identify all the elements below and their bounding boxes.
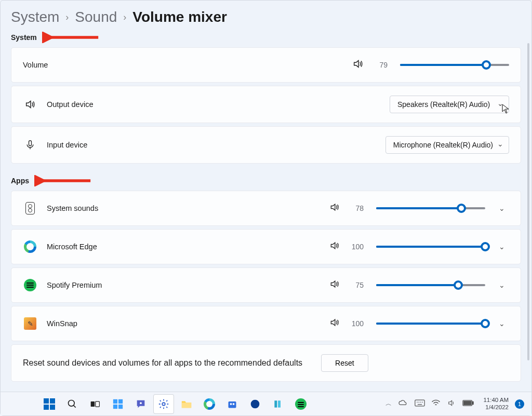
output-device-card: Output device Speakers (Realtek(R) Audio…	[11, 86, 521, 123]
app-volume-row-spotify[interactable]: Spotify Premium 75 ⌄	[11, 267, 521, 303]
spotify-taskbar-button[interactable]	[290, 394, 311, 414]
start-button[interactable]	[39, 394, 60, 414]
annotation-arrow-icon	[42, 32, 99, 43]
output-device-label: Output device	[47, 100, 93, 109]
scrollbar[interactable]	[527, 43, 529, 360]
microphone-icon	[23, 139, 37, 151]
expand-chevron-icon[interactable]: ⌄	[495, 319, 509, 328]
svg-point-10	[140, 402, 142, 404]
output-device-dropdown[interactable]: Speakers (Realtek(R) Audio)	[390, 96, 509, 113]
taskbar-clock[interactable]: 11:40 AM 1/4/2022	[483, 397, 509, 410]
spotify-app-icon	[23, 279, 37, 291]
onedrive-icon[interactable]	[398, 399, 408, 408]
svg-rect-12	[182, 402, 191, 408]
file-explorer-button[interactable]	[176, 394, 197, 414]
app-volume-value: 78	[349, 204, 364, 212]
volume-slider[interactable]	[400, 60, 509, 70]
svg-rect-13	[229, 401, 236, 408]
section-header-apps: Apps	[11, 177, 29, 185]
speaker-icon[interactable]	[329, 202, 340, 214]
app-name-label: WinSnap	[47, 319, 77, 328]
svg-rect-15	[233, 403, 234, 405]
volume-tray-icon[interactable]	[447, 399, 456, 409]
app-name-label: System sounds	[47, 204, 98, 212]
edge-taskbar-button[interactable]	[199, 394, 220, 414]
input-device-dropdown[interactable]: Microphone (Realtek(R) Audio)	[385, 136, 509, 154]
svg-rect-18	[278, 400, 281, 407]
svg-rect-22	[464, 401, 471, 405]
settings-taskbar-button[interactable]	[153, 394, 174, 414]
annotation-arrow-icon	[34, 175, 91, 186]
taskbar: ︿ 11:40 AM 1/4/2022 1	[1, 392, 531, 415]
app-volume-row-edge[interactable]: Microsoft Edge 100 ⌄	[11, 229, 521, 264]
svg-rect-9	[118, 404, 123, 408]
search-button[interactable]	[62, 394, 83, 414]
svg-rect-19	[415, 400, 424, 406]
expand-chevron-icon[interactable]: ⌄	[495, 281, 509, 289]
volume-label: Volume	[23, 61, 48, 69]
reset-button[interactable]: Reset	[321, 354, 368, 372]
app-name-label: Microsoft Edge	[47, 243, 97, 251]
input-device-card: Input device Microphone (Realtek(R) Audi…	[11, 126, 521, 164]
keyboard-icon[interactable]	[415, 399, 425, 408]
app-volume-slider[interactable]	[376, 280, 485, 290]
breadcrumb-system[interactable]: System	[11, 9, 59, 25]
svg-rect-8	[113, 404, 117, 408]
app-volume-value: 100	[349, 243, 364, 251]
svg-point-16	[251, 399, 260, 408]
breadcrumb: System › Sound › Volume mixer	[11, 9, 521, 25]
app-volume-value: 75	[349, 281, 364, 289]
app-volume-value: 100	[349, 319, 364, 328]
svg-rect-1	[29, 141, 32, 146]
chevron-right-icon: ›	[123, 12, 126, 23]
input-device-label: Input device	[47, 141, 87, 149]
app-volume-slider[interactable]	[376, 241, 485, 252]
edge-app-icon	[23, 240, 37, 253]
app-volume-row-system[interactable]: System sounds 78 ⌄	[11, 191, 521, 226]
svg-rect-4	[91, 401, 95, 407]
svg-rect-21	[473, 401, 474, 404]
notification-badge[interactable]: 1	[515, 399, 524, 409]
svg-rect-5	[96, 401, 100, 407]
winsnap-app-icon	[23, 317, 37, 330]
speaker-icon	[23, 99, 37, 110]
chevron-right-icon: ›	[65, 12, 69, 23]
battery-icon[interactable]	[462, 400, 474, 408]
tray-chevron-icon[interactable]: ︿	[385, 399, 392, 408]
svg-point-11	[162, 402, 165, 406]
svg-rect-17	[274, 400, 277, 407]
system-app-icon	[23, 202, 37, 214]
widgets-button[interactable]	[108, 394, 128, 414]
app-volume-slider[interactable]	[376, 318, 485, 329]
svg-rect-14	[230, 403, 232, 405]
expand-chevron-icon[interactable]: ⌄	[495, 204, 509, 212]
volume-value: 79	[373, 61, 388, 69]
app-name-label: Spotify Premium	[47, 281, 102, 289]
chat-button[interactable]	[130, 394, 151, 414]
svg-point-3	[69, 400, 75, 406]
task-view-button[interactable]	[85, 394, 105, 414]
breadcrumb-sound[interactable]: Sound	[75, 9, 117, 25]
svg-rect-6	[113, 399, 117, 403]
app-volume-slider[interactable]	[376, 203, 485, 213]
breadcrumb-current: Volume mixer	[132, 9, 227, 25]
app-taskbar-button[interactable]	[245, 394, 265, 414]
expand-chevron-icon[interactable]: ⌄	[495, 243, 509, 251]
reset-description: Reset sound devices and volumes for all …	[23, 358, 302, 368]
speaker-icon[interactable]	[352, 58, 364, 72]
speaker-icon[interactable]	[329, 317, 340, 330]
wifi-icon[interactable]	[431, 399, 441, 408]
app-volume-row-winsnap[interactable]: WinSnap 100 ⌄	[11, 306, 521, 341]
section-header-system: System	[11, 33, 37, 42]
reset-card: Reset sound devices and volumes for all …	[11, 344, 521, 382]
speaker-icon[interactable]	[329, 279, 340, 291]
system-volume-card: Volume 79	[11, 47, 521, 83]
store-taskbar-button[interactable]	[222, 394, 243, 414]
svg-rect-7	[118, 399, 123, 403]
speaker-icon[interactable]	[329, 240, 340, 253]
app2-taskbar-button[interactable]	[268, 394, 288, 414]
